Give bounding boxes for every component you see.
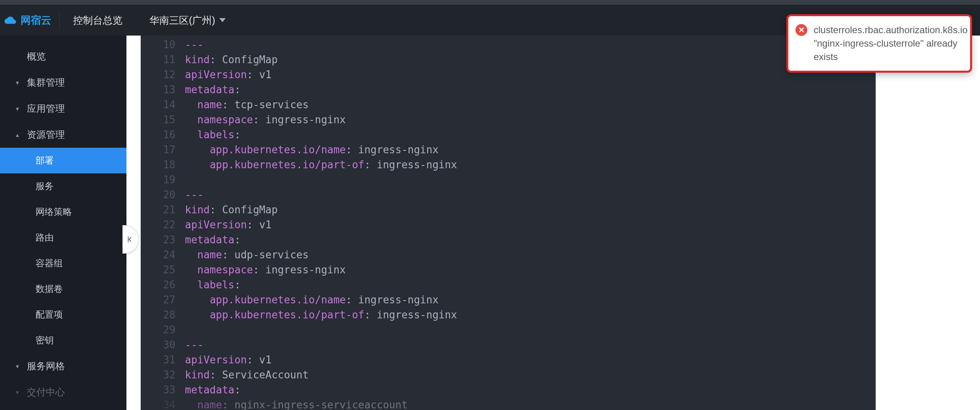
sidebar-item-service-mesh[interactable]: ▾ 服务网格 bbox=[0, 353, 126, 379]
error-message: clusterroles.rbac.authorization.k8s.io "… bbox=[814, 23, 962, 64]
code-text: kind: ConfigMap bbox=[185, 202, 278, 217]
code-text: app.kubernetes.io/part-of: ingress-nginx bbox=[185, 307, 457, 322]
sidebar: 概览 ▾ 集群管理 ▾ 应用管理 ▴ 资源管理 部署 服务 网络策略 路由 容器… bbox=[0, 36, 126, 410]
line-number: 27 bbox=[141, 292, 185, 307]
code-line[interactable]: 16 labels: bbox=[141, 127, 876, 142]
code-text: apiVersion: v1 bbox=[185, 352, 271, 367]
caret-right-icon: ▾ bbox=[14, 105, 21, 113]
code-line[interactable]: 20--- bbox=[141, 187, 876, 202]
code-line[interactable]: 15 namespace: ingress-nginx bbox=[141, 112, 876, 127]
sidebar-label-app: 应用管理 bbox=[27, 102, 65, 115]
sidebar-gap bbox=[126, 36, 141, 410]
sidebar-subitem-podgroup[interactable]: 容器组 bbox=[0, 250, 126, 276]
line-number: 34 bbox=[141, 397, 185, 410]
code-text: app.kubernetes.io/name: ingress-nginx bbox=[185, 142, 439, 157]
code-text: kind: ServiceAccount bbox=[185, 367, 309, 382]
code-line[interactable]: 21kind: ConfigMap bbox=[141, 202, 876, 217]
sidebar-item-overview[interactable]: 概览 bbox=[0, 43, 126, 70]
code-text: apiVersion: v1 bbox=[185, 217, 271, 232]
line-number: 20 bbox=[141, 187, 185, 202]
caret-right-icon: ▾ bbox=[14, 79, 21, 87]
code-line[interactable]: 33metadata: bbox=[141, 382, 876, 397]
line-number: 10 bbox=[141, 37, 185, 52]
caret-right-icon: ▾ bbox=[14, 389, 21, 396]
sidebar-subitem-secret[interactable]: 密钥 bbox=[0, 327, 126, 353]
code-line[interactable]: 12apiVersion: v1 bbox=[141, 67, 876, 82]
line-number: 15 bbox=[141, 112, 185, 127]
sidebar-subitem-config[interactable]: 配置项 bbox=[0, 302, 126, 327]
brand-logo[interactable]: 网宿云 bbox=[4, 11, 60, 30]
window-title-bar bbox=[0, 0, 980, 5]
console-overview-link[interactable]: 控制台总览 bbox=[60, 14, 136, 27]
brand-text: 网宿云 bbox=[21, 13, 51, 27]
sidebar-label-overview: 概览 bbox=[27, 50, 46, 63]
code-line[interactable]: 32kind: ServiceAccount bbox=[141, 367, 876, 382]
code-line[interactable]: 23metadata: bbox=[141, 232, 876, 247]
code-line[interactable]: 25 namespace: ingress-nginx bbox=[141, 262, 876, 277]
sidebar-subitem-deploy[interactable]: 部署 bbox=[0, 148, 126, 173]
code-line[interactable]: 17 app.kubernetes.io/name: ingress-nginx bbox=[141, 142, 876, 157]
code-line[interactable]: 34 name: nginx-ingress-serviceaccount bbox=[141, 397, 876, 410]
code-text: --- bbox=[185, 187, 204, 202]
code-text: name: nginx-ingress-serviceaccount bbox=[185, 397, 408, 410]
line-number: 14 bbox=[141, 97, 185, 112]
code-line[interactable]: 24 name: udp-services bbox=[141, 247, 876, 262]
sidebar-subitem-route[interactable]: 路由 bbox=[0, 225, 126, 250]
line-number: 11 bbox=[141, 52, 185, 67]
code-text: --- bbox=[185, 37, 204, 52]
line-number: 25 bbox=[141, 262, 185, 277]
console-overview-label: 控制台总览 bbox=[73, 14, 122, 27]
editor-area: 10---11kind: ConfigMap12apiVersion: v113… bbox=[141, 36, 980, 410]
code-line[interactable]: 29 bbox=[141, 322, 876, 337]
code-text: --- bbox=[185, 337, 204, 352]
caret-down-icon: ▴ bbox=[14, 131, 21, 139]
line-number: 16 bbox=[141, 127, 185, 142]
line-number: 22 bbox=[141, 217, 185, 232]
sidebar-subitem-netpolicy[interactable]: 网络策略 bbox=[0, 199, 126, 225]
error-icon: ✕ bbox=[795, 24, 807, 36]
code-line[interactable]: 30--- bbox=[141, 337, 876, 352]
region-label: 华南三区(广州) bbox=[149, 14, 215, 27]
code-line[interactable]: 31apiVersion: v1 bbox=[141, 352, 876, 367]
sidebar-subitem-service[interactable]: 服务 bbox=[0, 173, 126, 199]
region-selector[interactable]: 华南三区(广州) bbox=[136, 14, 239, 27]
code-line[interactable]: 22apiVersion: v1 bbox=[141, 217, 876, 232]
line-number: 33 bbox=[141, 382, 185, 397]
sidebar-label-resource: 资源管理 bbox=[27, 128, 65, 141]
line-number: 30 bbox=[141, 337, 185, 352]
code-text: metadata: bbox=[185, 82, 241, 97]
code-line[interactable]: 11kind: ConfigMap bbox=[141, 52, 876, 67]
sidebar-item-app-mgmt[interactable]: ▾ 应用管理 bbox=[0, 96, 126, 122]
code-text: metadata: bbox=[185, 232, 241, 247]
code-line[interactable]: 14 name: tcp-services bbox=[141, 97, 876, 112]
sidebar-item-delivery[interactable]: ▾ 交付中心 bbox=[0, 379, 126, 405]
sidebar-label-mesh: 服务网格 bbox=[27, 360, 65, 372]
cloud-icon bbox=[4, 14, 17, 26]
code-text: apiVersion: v1 bbox=[185, 67, 271, 82]
code-line[interactable]: 18 app.kubernetes.io/part-of: ingress-ng… bbox=[141, 157, 876, 172]
code-editor[interactable]: 10---11kind: ConfigMap12apiVersion: v113… bbox=[141, 36, 876, 410]
sidebar-item-resource-mgmt[interactable]: ▴ 资源管理 bbox=[0, 122, 126, 148]
code-line[interactable]: 13metadata: bbox=[141, 82, 876, 97]
line-number: 18 bbox=[141, 157, 185, 172]
code-text: kind: ConfigMap bbox=[185, 52, 278, 67]
caret-right-icon: ▾ bbox=[14, 363, 21, 370]
sidebar-subitem-volume[interactable]: 数据卷 bbox=[0, 276, 126, 302]
line-number: 12 bbox=[141, 67, 185, 82]
code-line[interactable]: 26 labels: bbox=[141, 277, 876, 292]
code-text: name: udp-services bbox=[185, 247, 309, 262]
collapse-icon bbox=[126, 235, 135, 244]
collapse-sidebar-button[interactable] bbox=[122, 225, 139, 254]
error-toast[interactable]: ✕ clusterroles.rbac.authorization.k8s.io… bbox=[786, 14, 972, 73]
code-line[interactable]: 19 bbox=[141, 172, 876, 187]
code-line[interactable]: 27 app.kubernetes.io/name: ingress-nginx bbox=[141, 292, 876, 307]
line-number: 31 bbox=[141, 352, 185, 367]
line-number: 21 bbox=[141, 202, 185, 217]
code-text: labels: bbox=[185, 277, 241, 292]
code-line[interactable]: 28 app.kubernetes.io/part-of: ingress-ng… bbox=[141, 307, 876, 322]
sidebar-item-cluster-mgmt[interactable]: ▾ 集群管理 bbox=[0, 70, 126, 96]
code-text: namespace: ingress-nginx bbox=[185, 262, 346, 277]
code-line[interactable]: 10--- bbox=[141, 37, 876, 52]
chevron-down-icon bbox=[219, 18, 226, 22]
line-number: 23 bbox=[141, 232, 185, 247]
